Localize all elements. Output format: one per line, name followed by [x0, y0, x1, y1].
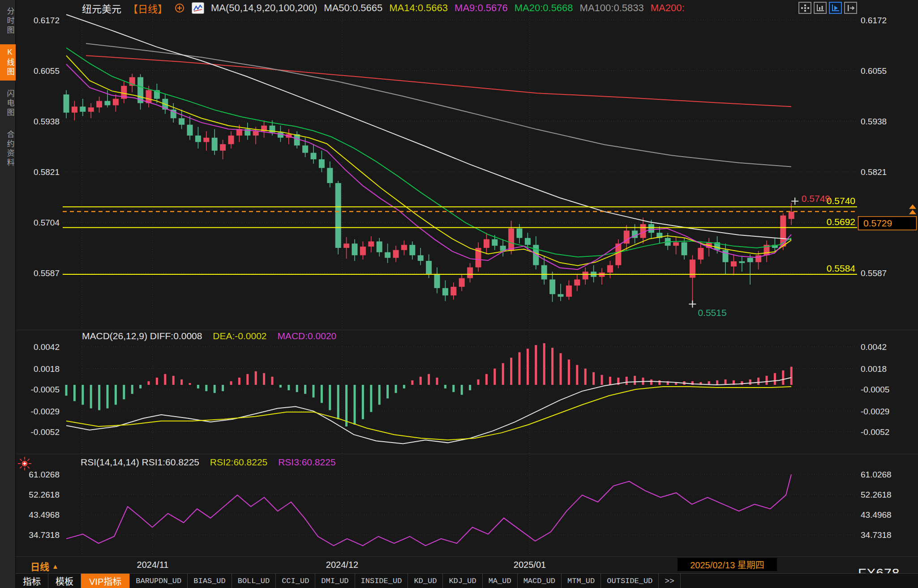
svg-text:-0.0052: -0.0052 — [31, 427, 60, 437]
chart-header: 纽元美元 【日线】 MA(50,14,9,20,100,200) MA50:0.… — [82, 2, 685, 14]
toolbar-item-macd_ud[interactable]: MACD_UD — [518, 574, 562, 588]
svg-text:43.4968: 43.4968 — [29, 510, 60, 520]
svg-text:61.0268: 61.0268 — [29, 470, 60, 479]
rsi-pane-header: RSI(14,14,14) RSI1:60.8225 RSI2:60.8225 … — [81, 457, 336, 468]
toolbar-item-barupdn_ud[interactable]: BARUPDN_UD — [130, 574, 188, 588]
toolbar-item-[interactable]: 指标 — [16, 574, 48, 588]
svg-text:34.7318: 34.7318 — [861, 530, 892, 540]
macd-dea-label: DEA:-0.0002 — [213, 331, 266, 341]
toolbar-item-inside_ud[interactable]: INSIDE_UD — [355, 574, 408, 588]
selected-date-box[interactable]: 2025/02/13 星期四 — [678, 558, 777, 571]
toolbar-item-kdj_ud[interactable]: KDJ_UD — [443, 574, 482, 588]
svg-text:0.5587: 0.5587 — [861, 268, 887, 278]
macd-diff-line — [66, 378, 791, 444]
chevron-up-icon: ▲ — [52, 562, 59, 570]
ma-line-ma20 — [66, 48, 791, 257]
price-axis-labels: 0.61720.61720.60550.60550.59380.59380.58… — [34, 16, 887, 278]
macd-pane-header: MACD(26,12,9) DIFF:0.0008 DEA:-0.0002 MA… — [82, 331, 336, 341]
toolbar-item-cci_ud[interactable]: CCI_UD — [276, 574, 315, 588]
svg-text:0.0042: 0.0042 — [861, 342, 887, 352]
ma9-value: MA9:0.5676 — [455, 2, 508, 14]
ma-line-ma14 — [66, 55, 791, 265]
trading-app: 0.61720.61720.60550.60550.59380.59380.58… — [0, 0, 918, 588]
svg-text:0.5938: 0.5938 — [34, 117, 60, 126]
instrument-name: 纽元美元 — [82, 1, 121, 15]
pane-grid-icon[interactable] — [798, 2, 811, 14]
x-axis-month-label: 2024/12 — [326, 560, 358, 570]
toolbar-item-ma_ud[interactable]: MA_UD — [483, 574, 518, 588]
ma-lines-fast — [66, 14, 791, 269]
svg-text:0.5938: 0.5938 — [861, 117, 887, 126]
candle-axis-icon[interactable] — [814, 2, 827, 14]
ma50-value: MA50:0.5665 — [324, 2, 382, 14]
toolbar-item-vip[interactable]: VIP指标 — [81, 574, 130, 588]
macd-dea-line — [66, 387, 791, 440]
toolbar-item-mtm_ud[interactable]: MTM_UD — [562, 574, 601, 588]
sidebar-tab-flash-chart[interactable]: 闪电图 — [0, 86, 16, 121]
period-selector-label: 日线 — [30, 559, 49, 573]
svg-text:0.0042: 0.0042 — [34, 342, 60, 352]
svg-text:0.5584: 0.5584 — [827, 263, 856, 273]
svg-text:0.5692: 0.5692 — [827, 217, 855, 227]
svg-text:34.7318: 34.7318 — [29, 530, 60, 540]
svg-text:-0.0029: -0.0029 — [861, 407, 889, 416]
macd-main-label: MACD(26,12,9) DIFF:0.0008 — [82, 331, 202, 341]
live-indicator-icon — [16, 455, 33, 474]
svg-text:0.5587: 0.5587 — [34, 268, 60, 278]
macd-grid: 0.00420.00420.00180.0018-0.0005-0.0005-0… — [31, 342, 890, 437]
sidebar-tab-kline-chart[interactable]: K线图 — [0, 44, 16, 81]
svg-text:61.0268: 61.0268 — [861, 470, 892, 479]
toolbar-item->>[interactable]: >> — [659, 574, 681, 588]
rsi-grid: 61.026861.026852.261852.261843.496843.49… — [29, 470, 891, 540]
ma-lines-slow — [86, 43, 791, 166]
toolbar-item-dmi_ud[interactable]: DMI_UD — [315, 574, 355, 588]
toolbar-item-kd_ud[interactable]: KD_UD — [408, 574, 443, 588]
ma-params-label: MA(50,14,9,20,100,200) — [211, 2, 317, 14]
toolbar-item-[interactable]: 模板 — [48, 574, 81, 588]
sidebar: 分时图K线图闪电图合约资料 — [0, 0, 16, 588]
ma200-value: MA200: — [651, 2, 685, 14]
ma-line-ma9 — [66, 64, 791, 270]
svg-text:52.2618: 52.2618 — [29, 490, 60, 499]
svg-text:0.5515: 0.5515 — [698, 307, 726, 318]
toolbar-item-boll_ud[interactable]: BOLL_UD — [232, 574, 276, 588]
svg-text:0.5821: 0.5821 — [34, 167, 60, 177]
chart-toolbar-icons — [798, 2, 857, 14]
date-axis-row: 日线 ▲ 2025/02/13 星期四 FX678 2024/112024/12… — [16, 556, 918, 574]
macd-macd-label: MACD:0.0020 — [277, 331, 336, 341]
ma-line-ma50 — [66, 14, 791, 239]
macd-lines — [66, 378, 791, 444]
current-price-value: 0.5729 — [863, 218, 892, 228]
svg-text:-0.0005: -0.0005 — [31, 385, 60, 394]
sidebar-tab-time-chart[interactable]: 分时图 — [0, 4, 16, 39]
add-indicator-icon[interactable] — [174, 3, 185, 13]
ma100-value: MA100:0.5833 — [580, 2, 644, 14]
rsi-main-label: RSI(14,14,14) RSI1:60.8225 — [81, 457, 199, 467]
shift-axis-icon[interactable] — [844, 2, 857, 14]
rsi-line — [66, 474, 791, 545]
toolbar-item-outside_ud[interactable]: OUTSIDE_UD — [601, 574, 659, 588]
svg-text:0.5821: 0.5821 — [861, 167, 887, 177]
svg-text:0.6172: 0.6172 — [861, 16, 887, 25]
candlesticks[interactable] — [64, 74, 794, 304]
period-badge[interactable]: 【日线】 — [128, 1, 167, 15]
chart-canvas[interactable]: 0.61720.61720.60550.60550.59380.59380.58… — [0, 0, 918, 556]
ma20-value: MA20:0.5668 — [515, 2, 573, 14]
toolbar-item-bias_ud[interactable]: BIAS_UD — [188, 574, 232, 588]
svg-text:0.0018: 0.0018 — [861, 364, 887, 374]
auto-follow-icon[interactable] — [829, 2, 842, 14]
svg-text:0.5749: 0.5749 — [802, 193, 830, 204]
sidebar-tab-contract-info[interactable]: 合约资料 — [0, 127, 16, 171]
current-price-line: 0.5729 — [63, 205, 917, 230]
svg-text:-0.0005: -0.0005 — [861, 385, 889, 394]
rsi-value-line — [66, 474, 791, 545]
svg-text:-0.0029: -0.0029 — [31, 407, 60, 416]
svg-text:43.4968: 43.4968 — [861, 510, 892, 520]
svg-text:52.2618: 52.2618 — [861, 490, 892, 499]
svg-text:0.5740: 0.5740 — [827, 196, 855, 206]
ma-line-ma100 — [86, 43, 791, 166]
indicator-toolbar: 指标模板VIP指标BARUPDN_UDBIAS_UDBOLL_UDCCI_UDD… — [16, 573, 918, 588]
chart-type-icon[interactable] — [192, 2, 204, 14]
period-selector[interactable]: 日线 ▲ — [30, 559, 59, 573]
x-axis-month-label: 2024/11 — [137, 560, 169, 570]
